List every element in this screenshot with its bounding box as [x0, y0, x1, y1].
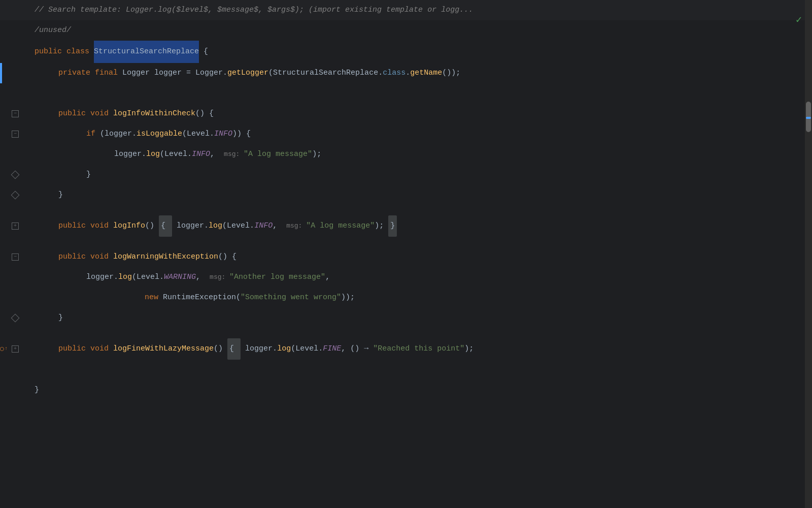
gutter-lf: +: [0, 345, 30, 353]
plain-lli4: );: [312, 144, 321, 165]
line-close-if: }: [0, 165, 812, 185]
line-unused: /unused/: [0, 20, 812, 41]
line-empty3: [0, 205, 812, 215]
fold-plus-li[interactable]: +: [12, 223, 19, 230]
line-empty1: [0, 83, 812, 93]
gutter-li: +: [0, 223, 30, 230]
line-content-liw: public void logInfoWithinCheck() {: [30, 104, 812, 124]
plain-lf1: (): [214, 339, 227, 359]
plain-logger-lw: logger.: [86, 267, 118, 288]
plain-re1: RuntimeException(: [163, 288, 241, 308]
plain-lw2: (Level.: [132, 267, 164, 288]
fold-minus-liw[interactable]: −: [12, 110, 19, 117]
line-close-lwd: }: [0, 308, 812, 328]
line-class-decl: public class StructuralSearchReplace {: [0, 41, 812, 63]
editor-container: ✓ // Search template: Logger.log($level$…: [0, 0, 812, 508]
level-INFO-lli: INFO: [192, 144, 210, 165]
string-msg-lli: "A log message": [244, 144, 312, 165]
line-empty2: [0, 93, 812, 104]
line-content-lwd: public void logWarningWithException() {: [30, 247, 812, 267]
plain-lli2: (Level.: [160, 144, 192, 165]
plain-liw: () {: [195, 104, 214, 124]
kw-public-liw: public: [58, 104, 90, 124]
plain-lw4: ,: [325, 267, 330, 288]
line-content-lf: public void logFineWithLazyMessage() { l…: [30, 338, 812, 360]
level-FINE-lf: FINE: [323, 339, 341, 359]
param-hint-msg-lli: msg:: [224, 144, 244, 165]
plain-li5: );: [375, 216, 388, 236]
fold-diamond-cliw[interactable]: [11, 191, 20, 200]
kw-final: final: [95, 63, 122, 83]
gutter-cliw: [0, 192, 30, 198]
line-content-3: public class StructuralSearchReplace {: [30, 41, 812, 63]
close-brace-lwd: }: [58, 308, 63, 328]
plain-if1: (logger.: [100, 124, 137, 144]
fold-minus-if[interactable]: −: [12, 131, 19, 138]
kw-if: if: [86, 124, 100, 144]
gutter-clwd: [0, 315, 30, 321]
gutter-cif: [0, 172, 30, 178]
plain-lf6: );: [464, 339, 473, 359]
scrollbar[interactable]: [805, 0, 812, 508]
method-log-lf: log: [277, 339, 291, 359]
scrollbar-marker: [806, 117, 811, 119]
kw-class-3: class: [66, 42, 94, 62]
plain-4a: (StructuralSearchReplace.: [268, 63, 383, 83]
line-content-if: if (logger.isLoggable(Level.INFO)) {: [30, 124, 812, 144]
comment-text-2: /unused/: [35, 20, 71, 41]
line-logger-warning: logger.log(Level.WARNING, msg: "Another …: [0, 267, 812, 288]
close-brace-liw: }: [58, 185, 63, 205]
plain-4c: ());: [442, 63, 460, 83]
line-if-loggable: − if (logger.isLoggable(Level.INFO)) {: [0, 124, 812, 144]
class-name-highlight: StructuralSearchReplace: [94, 41, 199, 63]
kw-public-li: public: [58, 216, 90, 236]
plain-li4: ,: [273, 216, 286, 236]
open-brace-box-lf: {: [227, 338, 241, 360]
param-hint-msg-li: msg:: [286, 216, 306, 236]
method-log-lli: log: [146, 144, 160, 165]
gutter-lwd: −: [0, 253, 30, 261]
plain-logger-lli: logger.: [114, 144, 146, 165]
string-msg-li: "A log message": [306, 216, 375, 236]
method-log-lw: log: [118, 267, 132, 288]
open-brace-box-li: {: [159, 215, 172, 237]
line-comment: // Search template: Logger.log($level$, …: [0, 0, 812, 20]
plain-lf3: (Level.: [291, 339, 323, 359]
fold-minus-lwd[interactable]: −: [12, 253, 19, 261]
level-WARNING-lw: WARNING: [164, 267, 196, 288]
line-logInfoWithinCheck: − public void logInfoWithinCheck() {: [0, 104, 812, 124]
plain-lf5: [368, 339, 373, 359]
line-content-4: private final Logger logger = Logger.get…: [30, 63, 812, 83]
method-log-li: log: [209, 216, 222, 236]
plain-if2: (Level.: [182, 124, 214, 144]
line-content-re: new RuntimeException("Something went wro…: [30, 288, 812, 308]
line-content-clwd: }: [30, 308, 812, 328]
line-close-class: }: [0, 380, 812, 400]
fold-diamond-clwd[interactable]: [11, 314, 20, 323]
line-content-lli: logger.log(Level.INFO, msg: "A log messa…: [30, 144, 812, 165]
plain-lwd: () {: [218, 247, 236, 267]
plain-li1: (): [145, 216, 159, 236]
plain-lw3: ,: [196, 267, 210, 288]
string-lf: "Reached this point": [373, 339, 464, 359]
line-logger-log-info: logger.log(Level.INFO, msg: "A log messa…: [0, 144, 812, 165]
kw-void-lf: void: [90, 339, 113, 359]
brace-3: {: [199, 42, 208, 62]
fold-plus-lf[interactable]: +: [12, 345, 19, 353]
close-brace-box-li: }: [388, 215, 397, 237]
close-brace-class: }: [35, 380, 39, 400]
comment-text-1: // Search template: Logger.log($level$, …: [35, 0, 473, 20]
fold-diamond-cif[interactable]: [11, 171, 20, 179]
kw-private: private: [58, 63, 95, 83]
kw-public-lf: public: [58, 339, 90, 359]
line-content-2: /unused/: [30, 20, 812, 41]
gutter-if: −: [0, 131, 30, 138]
line-empty6: [0, 360, 812, 370]
method-logInfo: logInfo: [113, 216, 145, 236]
plain-re2: ));: [341, 288, 355, 308]
kw-class-4: class: [383, 63, 405, 83]
line-empty4: [0, 237, 812, 247]
kw-new-re: new: [145, 288, 163, 308]
param-hint-msg-lw: msg:: [210, 267, 229, 288]
line-empty5: [0, 328, 812, 338]
